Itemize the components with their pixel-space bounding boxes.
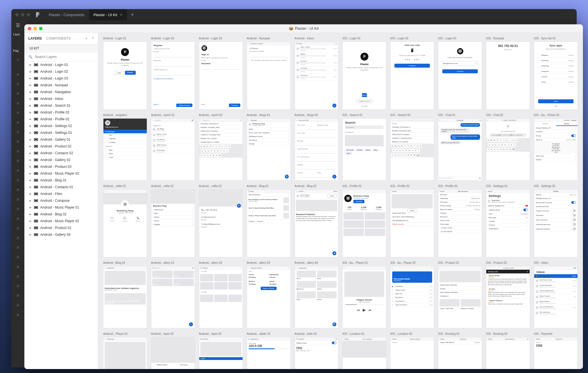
key[interactable]: ⌫ xyxy=(512,148,515,151)
artboard[interactable]: RegisterCreate an account to start.E-mai… xyxy=(151,42,195,110)
key[interactable]: E xyxy=(206,145,209,148)
play-icon[interactable]: ▶ xyxy=(363,308,366,312)
inbox-row[interactable]: Henry RichardsonWhere are the new ones?1… xyxy=(534,305,578,310)
follow-button[interactable]: Follow xyxy=(328,194,337,198)
artboard[interactable]: Mobilize SolutionFew Factory xyxy=(151,337,195,369)
artboard[interactable]: 🔍 Search…⚙Vacation 90Winter 12School 21D… xyxy=(151,266,195,328)
frame-label[interactable]: Android…allery 03 xyxy=(247,261,291,264)
tab[interactable]: Starred xyxy=(534,122,556,126)
suggestion-row[interactable]: Kit Ernestasub text here xyxy=(151,149,195,154)
layer-item[interactable]: ▶Android - Product 02 xyxy=(24,143,98,150)
nav-item[interactable]: ▫Spam xyxy=(103,152,147,156)
numpad-key[interactable]: 1 xyxy=(390,109,405,110)
next-icon[interactable]: ⏭ xyxy=(369,308,372,312)
artboard[interactable]: 981 765 90 61Russia (+7)123456789+*#0⌫📞☆… xyxy=(486,42,530,110)
frame-label[interactable]: iOS - Au…Player 01 xyxy=(342,261,386,264)
article-row[interactable]: Cologne — Rustem xyxy=(247,220,290,223)
frame-label[interactable]: Android - Blog 02 xyxy=(295,185,339,188)
track-row[interactable]: ♪Plague Rider2:38 xyxy=(390,288,434,292)
key[interactable]: L xyxy=(226,149,229,153)
filter-icon[interactable]: ⚙ xyxy=(192,267,194,269)
frame-hash-icon[interactable]: # xyxy=(11,175,24,185)
layer-item[interactable]: ▶Android - Files xyxy=(24,190,98,197)
frame-hash-icon[interactable]: # xyxy=(11,271,24,281)
layer-item[interactable]: ▶Android - Login 02 xyxy=(24,68,98,75)
result-row[interactable]: Madison 13, Lorraine xyxy=(199,137,243,140)
canvas[interactable]: Android - Login 01PPlasterMobile Design … xyxy=(98,33,583,369)
frame-hash-icon[interactable]: # xyxy=(11,69,24,79)
menu-icon[interactable]: ☰ xyxy=(296,42,298,44)
frame-hash-icon[interactable]: # xyxy=(11,89,24,98)
back-icon[interactable]: ‹ xyxy=(392,267,392,269)
clear-icon[interactable]: ✕ xyxy=(431,119,433,121)
track-row[interactable]: ♪Bitter Pill2:38 xyxy=(390,292,434,296)
key[interactable]: C xyxy=(400,153,403,157)
frame-label[interactable]: iOS - Numpad xyxy=(486,37,530,40)
connect-button[interactable]: Connect xyxy=(568,76,574,78)
tab-components[interactable]: COMPONENTS xyxy=(46,37,71,40)
artboard[interactable]: My PlaylistLatest xyxy=(199,337,243,369)
settings-row[interactable]: ▫ Hotspot› xyxy=(486,223,530,227)
key[interactable]: K xyxy=(414,149,417,152)
sync-row[interactable]: FacebookConnect xyxy=(536,59,575,63)
settings-row[interactable]: Notification Sound› xyxy=(247,135,290,138)
frame-label[interactable]: Android…earch 01 xyxy=(151,113,195,117)
frame-hash-icon[interactable]: # xyxy=(11,117,24,127)
continue-button[interactable]: Continue xyxy=(229,104,240,107)
key[interactable]: I xyxy=(222,145,224,148)
layer-item[interactable]: ▶Android - Gallery 04 xyxy=(24,231,98,238)
track-row[interactable]: ▶Worthless2:38 xyxy=(390,284,434,288)
key[interactable]: Y xyxy=(407,144,409,148)
key[interactable]: E xyxy=(397,144,400,148)
layer-item[interactable]: ▶Android - Profile 02 xyxy=(24,116,98,123)
settings-row[interactable]: Username@Robowolf xyxy=(438,197,482,200)
back-icon[interactable]: ‹ xyxy=(344,267,344,269)
key[interactable]: K xyxy=(223,149,226,153)
back-icon[interactable]: ‹ Back xyxy=(344,338,349,340)
toggle[interactable] xyxy=(571,201,576,204)
frame-label[interactable]: Android - Numpad xyxy=(247,37,291,40)
key[interactable]: O xyxy=(225,145,228,148)
back-icon[interactable]: ‹ Back xyxy=(440,338,444,340)
result-row[interactable]: Randles, Knowsley, SHH xyxy=(390,129,434,133)
photo-thumb[interactable] xyxy=(214,282,228,290)
track-row[interactable]: ♪Abyssal Depths2:38 xyxy=(390,303,434,307)
key[interactable]: A xyxy=(392,149,395,152)
sync-row[interactable]: WhatsAppConnect xyxy=(536,64,575,68)
key[interactable]: Y xyxy=(502,139,505,142)
key[interactable]: J xyxy=(507,143,510,147)
frame-label[interactable]: Android…layer 02 xyxy=(199,332,243,335)
artboard[interactable]: ←🐺Brandeng FangCambodia, Siem Reap✉Conta… xyxy=(103,189,147,257)
settings-row[interactable]: Show my statusAlways xyxy=(438,208,482,211)
artboard[interactable]: ‹ BackDestinations⚙ xyxy=(486,337,530,369)
result-row[interactable]: Vauxdel-Ligt 13, Lorraine xyxy=(199,140,243,144)
album-thumb[interactable]: School 21 xyxy=(152,279,173,286)
key[interactable]: R xyxy=(496,139,499,142)
key[interactable]: K xyxy=(510,143,513,147)
add-fab[interactable]: + xyxy=(189,322,193,326)
album-thumb[interactable]: Winter 12 xyxy=(173,271,194,278)
back-icon[interactable]: ← xyxy=(105,190,106,192)
artboard[interactable]: ☰Inbox✎Jake, DmitriySmall text goes here… xyxy=(295,42,339,110)
key[interactable]: G xyxy=(500,143,503,147)
key[interactable]: ⇧ xyxy=(487,148,490,151)
settings-row[interactable]: Payments xyxy=(534,213,578,218)
frame-label[interactable]: iOS - Au…Player 02 xyxy=(390,261,434,264)
settings-row[interactable]: About› xyxy=(247,127,290,131)
artboard[interactable]: ←Search…🎤SuggestionsJoe Biggssub text he… xyxy=(151,118,195,181)
frame-label[interactable]: Android - Inbox xyxy=(295,37,339,40)
picker-row[interactable]: Location xyxy=(534,130,578,134)
frame-label[interactable]: iOS - Chat 02 xyxy=(486,113,530,117)
suggestion-row[interactable]: Leo Milanosub text here xyxy=(151,138,195,143)
layer-item[interactable]: ▶Android - Music Player 02 xyxy=(24,170,98,177)
search-fab[interactable]: 🔍 xyxy=(332,322,336,326)
key[interactable]: Q xyxy=(200,145,203,148)
layer-item[interactable]: ▶Android - Blog 01 xyxy=(24,177,98,184)
frame-hash-icon[interactable]: # xyxy=(11,146,24,156)
artboard[interactable]: 🐺Login with your email to proceed.hello@… xyxy=(438,42,482,110)
filter-chip[interactable]: Archived xyxy=(355,149,364,151)
key[interactable]: H xyxy=(408,149,411,152)
artboard[interactable]: ←Search t…✕Knowsley, 19 Avenue st.Randle… xyxy=(199,118,243,181)
frame-label[interactable]: Android…allery 04 xyxy=(295,261,339,264)
key[interactable]: F xyxy=(402,149,404,152)
